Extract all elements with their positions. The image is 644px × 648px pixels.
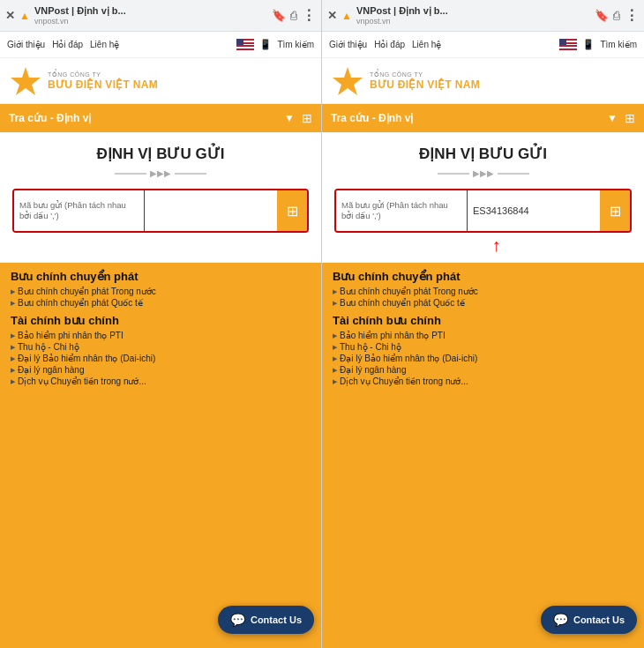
warning-icon: ▲ bbox=[341, 10, 352, 22]
nav-lien-he[interactable]: Liên hệ bbox=[90, 40, 119, 49]
logo-main: BƯU ĐIỆN VIỆT NAM bbox=[370, 78, 480, 91]
footer-col2-item[interactable]: ▶ Đại lý Bảo hiểm nhân thọ (Dai-ichi) bbox=[333, 353, 633, 364]
logo-main: BƯU ĐIỆN VIỆT NAM bbox=[48, 78, 158, 91]
page-title: ĐỊNH VỊ BƯU GỬI bbox=[97, 145, 225, 163]
footer-col1-title: Bưu chính chuyển phát bbox=[333, 270, 633, 283]
grid-icon[interactable]: ⊞ bbox=[625, 111, 635, 125]
tracking-input[interactable] bbox=[145, 190, 277, 231]
search-label[interactable]: Tìm kiếm bbox=[600, 40, 637, 49]
yellow-nav-text: Tra cứu - Định vị bbox=[331, 112, 413, 124]
warning-icon: ▲ bbox=[19, 10, 30, 22]
footer-col2-item[interactable]: ▶ Dịch vụ Chuyển tiền trong nướ... bbox=[11, 376, 311, 387]
dropdown-arrow-icon[interactable]: ▼ bbox=[607, 112, 618, 124]
us-flag-icon[interactable] bbox=[236, 39, 254, 50]
footer-col1-item[interactable]: ▶ Bưu chính chuyển phát Trong nước bbox=[11, 286, 311, 297]
us-flag-icon[interactable] bbox=[559, 39, 577, 50]
search-label-text: Mã bưu gửi (Phân tách nhau bởi dấu ',') bbox=[14, 190, 145, 231]
footer-col2-item[interactable]: ▶ Bảo hiểm phi nhân thọ PTI bbox=[11, 330, 311, 341]
search-button[interactable]: ⊞ bbox=[277, 190, 307, 231]
tab-title: VNPost | Định vị b... bbox=[34, 5, 267, 17]
tab-url: vnpost.vn bbox=[34, 17, 267, 26]
footer-section: Bưu chính chuyển phát ▶ Bưu chính chuyển… bbox=[322, 263, 644, 648]
search-button[interactable]: ⊞ bbox=[600, 190, 630, 231]
vnpost-logo[interactable]: TỔNG CÔNG TY BƯU ĐIỆN VIỆT NAM bbox=[329, 65, 480, 97]
logo-bar: TỔNG CÔNG TY BƯU ĐIỆN VIỆT NAM bbox=[322, 58, 644, 104]
browser-bar: ✕ ▲ VNPost | Định vị b... vnpost.vn 🔖 ⎙ … bbox=[0, 0, 321, 32]
page-title: ĐỊNH VỊ BƯU GỬI bbox=[419, 145, 547, 163]
footer-col2-item[interactable]: ▶ Đại lý ngân hàng bbox=[11, 364, 311, 376]
footer-col2-title: Tài chính bưu chính bbox=[333, 314, 633, 327]
footer-col1-item[interactable]: ▶ Bưu chính chuyển phát Quốc tế bbox=[11, 297, 311, 309]
yellow-nav-text: Tra cứu - Định vị bbox=[9, 112, 91, 124]
logo-sub: TỔNG CÔNG TY bbox=[370, 71, 480, 78]
contact-us-label: Contact Us bbox=[251, 614, 302, 625]
search-icon: ⊞ bbox=[610, 203, 621, 220]
contact-us-button[interactable]: 💬 Contact Us bbox=[218, 606, 314, 634]
arrow-annotation: ↑ bbox=[334, 233, 632, 254]
dropdown-arrow-icon[interactable]: ▼ bbox=[284, 112, 295, 124]
main-content: ĐỊNH VỊ BƯU GỬI ▶▶▶ Mã bưu gửi (Phân tác… bbox=[322, 132, 644, 263]
divider-decoration: ▶▶▶ bbox=[473, 168, 494, 178]
footer-col2-item[interactable]: ▶ Đại lý Bảo hiểm nhân thọ (Dai-ichi) bbox=[11, 353, 311, 364]
browser-bar: ✕ ▲ VNPost | Định vị b... vnpost.vn 🔖 ⎙ … bbox=[322, 0, 644, 32]
footer-col2-item[interactable]: ▶ Thu hộ - Chi hộ bbox=[11, 341, 311, 353]
bookmark-icon[interactable]: 🔖 bbox=[272, 9, 286, 22]
close-icon[interactable]: ✕ bbox=[5, 9, 15, 22]
nav-hoi-dap[interactable]: Hỏi đáp bbox=[52, 40, 83, 49]
phone-icon: 📱 bbox=[582, 39, 595, 50]
phone-icon: 📱 bbox=[259, 39, 272, 50]
divider-decoration: ▶▶▶ bbox=[150, 168, 171, 178]
main-content: ĐỊNH VỊ BƯU GỬI ▶▶▶ Mã bưu gửi (Phân tác… bbox=[0, 132, 321, 263]
footer-col1-item[interactable]: ▶ Bưu chính chuyển phát Trong nước bbox=[333, 286, 633, 297]
panel-left: ✕ ▲ VNPost | Định vị b... vnpost.vn 🔖 ⎙ … bbox=[0, 0, 322, 648]
vnpost-logo[interactable]: TỔNG CÔNG TY BƯU ĐIỆN VIỆT NAM bbox=[7, 65, 158, 97]
yellow-nav[interactable]: Tra cứu - Định vị ▼ ⊞ bbox=[322, 104, 644, 132]
tab-url: vnpost.vn bbox=[356, 17, 590, 26]
close-icon[interactable]: ✕ bbox=[327, 9, 337, 22]
more-icon[interactable]: ⋮ bbox=[625, 7, 639, 24]
top-nav: Giới thiệu Hỏi đáp Liên hệ 📱 Tìm kiếm bbox=[322, 32, 644, 58]
footer-col2-item[interactable]: ▶ Bảo hiểm phi nhân thọ PTI bbox=[333, 330, 633, 341]
search-label-text: Mã bưu gửi (Phân tách nhau bởi dấu ',') bbox=[336, 190, 468, 231]
nav-gioi-thieu[interactable]: Giới thiệu bbox=[329, 40, 367, 49]
nav-gioi-thieu[interactable]: Giới thiệu bbox=[7, 40, 45, 49]
nav-hoi-dap[interactable]: Hỏi đáp bbox=[374, 40, 405, 49]
footer-col1-item[interactable]: ▶ Bưu chính chuyển phát Quốc tế bbox=[333, 297, 633, 309]
yellow-nav[interactable]: Tra cứu - Định vị ▼ ⊞ bbox=[0, 104, 321, 132]
footer-col2-item[interactable]: ▶ Đại lý ngân hàng bbox=[333, 364, 633, 376]
more-icon[interactable]: ⋮ bbox=[302, 7, 316, 24]
contact-us-label: Contact Us bbox=[573, 614, 625, 625]
tab-title: VNPost | Định vị b... bbox=[356, 5, 590, 17]
search-icon: ⊞ bbox=[287, 203, 298, 220]
panel-right: ✕ ▲ VNPost | Định vị b... vnpost.vn 🔖 ⎙ … bbox=[322, 0, 644, 648]
search-row: Mã bưu gửi (Phân tách nhau bởi dấu ',') … bbox=[12, 189, 309, 233]
nav-lien-he[interactable]: Liên hệ bbox=[412, 40, 441, 49]
bookmark-icon[interactable]: 🔖 bbox=[595, 9, 609, 22]
footer-col2-item[interactable]: ▶ Dịch vụ Chuyển tiền trong nướ... bbox=[333, 376, 633, 387]
search-row: Mã bưu gửi (Phân tách nhau bởi dấu ',') … bbox=[334, 189, 632, 233]
search-label[interactable]: Tìm kiếm bbox=[277, 40, 314, 49]
logo-sub: TỔNG CÔNG TY bbox=[48, 71, 158, 78]
chat-bubble-icon: 💬 bbox=[230, 613, 245, 627]
contact-us-button[interactable]: 💬 Contact Us bbox=[541, 606, 637, 634]
top-nav: Giới thiệu Hỏi đáp Liên hệ 📱 Tìm kiếm bbox=[0, 32, 321, 58]
tracking-input[interactable] bbox=[468, 190, 600, 231]
footer-col1-title: Bưu chính chuyển phát bbox=[11, 270, 311, 283]
share-icon[interactable]: ⎙ bbox=[613, 9, 620, 22]
footer-col2-item[interactable]: ▶ Thu hộ - Chi hộ bbox=[333, 341, 633, 353]
grid-icon[interactable]: ⊞ bbox=[302, 111, 312, 125]
share-icon[interactable]: ⎙ bbox=[290, 9, 297, 22]
chat-bubble-icon: 💬 bbox=[553, 613, 568, 627]
footer-col2-title: Tài chính bưu chính bbox=[11, 314, 311, 327]
footer-section: Bưu chính chuyển phát ▶ Bưu chính chuyển… bbox=[0, 263, 321, 648]
logo-bar: TỔNG CÔNG TY BƯU ĐIỆN VIỆT NAM bbox=[0, 58, 321, 104]
